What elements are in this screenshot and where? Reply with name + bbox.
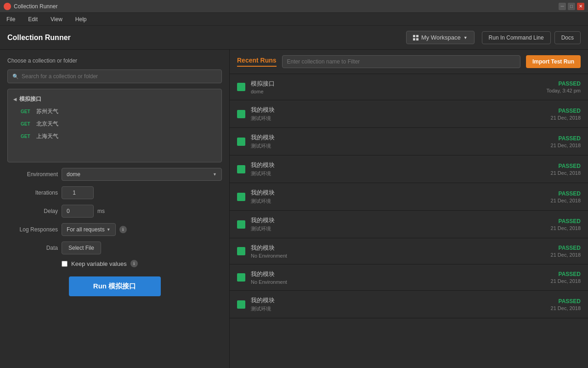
run-name: 我的模块 (251, 106, 545, 114)
run-env: 测试环境 (251, 170, 545, 177)
left-panel: Choose a collection or folder 🔍 ◀ 模拟接口 G… (0, 50, 230, 368)
run-result: PASSED 21 Dec, 2018 (551, 298, 581, 311)
delay-label: Delay (7, 208, 58, 214)
keep-variable-info-icon[interactable]: ℹ (130, 260, 138, 267)
run-result: PASSED Today, 3:42 pm (547, 80, 581, 93)
run-item[interactable]: 我的模块 No Environment PASSED 21 Dec, 2018 (230, 238, 588, 264)
workspace-button[interactable]: My Workspace ▼ (406, 31, 475, 44)
run-status: PASSED (551, 298, 581, 305)
tree-item-beijing[interactable]: GET 北京天气 (8, 118, 221, 130)
environment-select[interactable]: dome ▼ (62, 168, 222, 181)
run-item[interactable]: 我的模块 No Environment PASSED 21 Dec, 2018 (230, 264, 588, 291)
method-badge-get: GET (21, 134, 34, 139)
maximize-button[interactable]: □ (568, 3, 575, 10)
data-row: Data Select File (7, 242, 222, 254)
run-date: Today, 3:42 pm (547, 88, 581, 93)
select-file-button[interactable]: Select File (62, 242, 101, 254)
run-status-icon (237, 193, 245, 201)
menu-edit[interactable]: Edit (25, 14, 40, 24)
run-date: 21 Dec, 2018 (551, 198, 581, 203)
title-bar: Collection Runner ─ □ ✕ (0, 0, 588, 13)
run-env: 测试环境 (251, 225, 545, 232)
run-name: 我的模块 (251, 270, 545, 278)
chevron-down-icon: ▼ (107, 227, 111, 232)
run-name: 我的模块 (251, 161, 545, 169)
app-title: Collection Runner (7, 34, 406, 42)
tab-recent-runs[interactable]: Recent Runs (237, 57, 277, 67)
run-item[interactable]: 我的模块 测试环境 PASSED 21 Dec, 2018 (230, 291, 588, 318)
iterations-row: Iterations (7, 186, 222, 199)
environment-value: dome (67, 171, 80, 178)
tree-item-shanghai[interactable]: GET 上海天气 (8, 130, 221, 143)
run-status-icon (237, 247, 245, 255)
run-env: 测试环境 (251, 198, 545, 205)
keep-variable-checkbox[interactable] (62, 261, 68, 267)
log-responses-info-icon[interactable]: ℹ (119, 226, 127, 233)
run-command-line-button[interactable]: Run In Command Line (482, 31, 551, 44)
keep-variable-label: Keep variable values (71, 260, 127, 267)
collection-folder[interactable]: ◀ 模拟接口 (8, 93, 221, 105)
environment-label: Environment (7, 171, 58, 178)
run-item[interactable]: 我的模块 测试环境 PASSED 21 Dec, 2018 (230, 211, 588, 238)
run-status: PASSED (551, 108, 581, 114)
run-button[interactable]: Run 模拟接口 (69, 276, 161, 296)
run-item[interactable]: 我的模块 测试环境 PASSED 21 Dec, 2018 (230, 100, 588, 128)
iterations-input[interactable] (62, 186, 94, 199)
run-status: PASSED (551, 190, 581, 197)
run-name: 我的模块 (251, 216, 545, 224)
menu-help[interactable]: Help (73, 14, 90, 24)
run-env: No Environment (251, 253, 545, 259)
run-info: 我的模块 测试环境 (251, 133, 545, 150)
right-panel: Recent Runs Import Test Run 模拟接口 dome PA… (230, 50, 588, 368)
run-date: 21 Dec, 2018 (551, 115, 581, 121)
minimize-button[interactable]: ─ (559, 3, 566, 10)
run-item[interactable]: 我的模块 测试环境 PASSED 21 Dec, 2018 (230, 128, 588, 155)
run-item[interactable]: 模拟接口 dome PASSED Today, 3:42 pm (230, 74, 588, 100)
collection-name: 模拟接口 (19, 95, 41, 103)
main-layout: Choose a collection or folder 🔍 ◀ 模拟接口 G… (0, 50, 588, 368)
run-date: 21 Dec, 2018 (551, 252, 581, 258)
collection-tree: ◀ 模拟接口 GET 苏州天气 GET 北京天气 GET 上海天气 (7, 89, 222, 162)
run-item[interactable]: 我的模块 测试环境 PASSED 21 Dec, 2018 (230, 155, 588, 183)
run-name: 我的模块 (251, 244, 545, 252)
delay-input[interactable] (62, 205, 94, 218)
log-responses-row: Log Responses For all requests ▼ ℹ (7, 223, 222, 236)
run-status: PASSED (551, 135, 581, 142)
run-date: 21 Dec, 2018 (551, 225, 581, 231)
search-box: 🔍 (7, 69, 222, 83)
log-responses-select[interactable]: For all requests ▼ (62, 223, 116, 236)
item-name-shanghai: 上海天气 (36, 132, 58, 140)
data-label: Data (7, 245, 58, 251)
run-status: PASSED (551, 245, 581, 251)
right-header: Recent Runs Import Test Run (230, 50, 588, 74)
triangle-icon: ◀ (13, 97, 17, 102)
run-status: PASSED (551, 163, 581, 169)
close-button[interactable]: ✕ (577, 3, 584, 10)
menu-view[interactable]: View (48, 14, 65, 24)
run-info: 模拟接口 dome (251, 80, 541, 94)
menu-file[interactable]: File (4, 14, 18, 24)
log-responses-value: For all requests (67, 226, 105, 233)
run-result: PASSED 21 Dec, 2018 (551, 163, 581, 176)
tree-item-suzhou[interactable]: GET 苏州天气 (8, 105, 221, 118)
run-info: 我的模块 测试环境 (251, 189, 545, 205)
run-name: 我的模块 (251, 133, 545, 142)
run-env: 测试环境 (251, 115, 545, 122)
run-env: No Environment (251, 279, 545, 285)
search-input[interactable] (22, 73, 217, 80)
run-date: 21 Dec, 2018 (551, 170, 581, 176)
workspace-label: My Workspace (421, 34, 461, 41)
run-date: 21 Dec, 2018 (551, 278, 581, 284)
run-info: 我的模块 测试环境 (251, 216, 545, 232)
run-status-icon (237, 273, 245, 282)
filter-input[interactable] (282, 55, 520, 68)
import-test-run-button[interactable]: Import Test Run (526, 55, 581, 68)
docs-button[interactable]: Docs (554, 31, 581, 44)
chevron-down-icon: ▼ (464, 35, 468, 40)
run-info: 我的模块 测试环境 (251, 161, 545, 177)
run-status-icon (237, 83, 245, 91)
app-bar-actions: Run In Command Line Docs (482, 31, 581, 44)
title-bar-text: Collection Runner (14, 3, 559, 10)
run-item[interactable]: 我的模块 测试环境 PASSED 21 Dec, 2018 (230, 183, 588, 211)
run-status-icon (237, 300, 245, 309)
